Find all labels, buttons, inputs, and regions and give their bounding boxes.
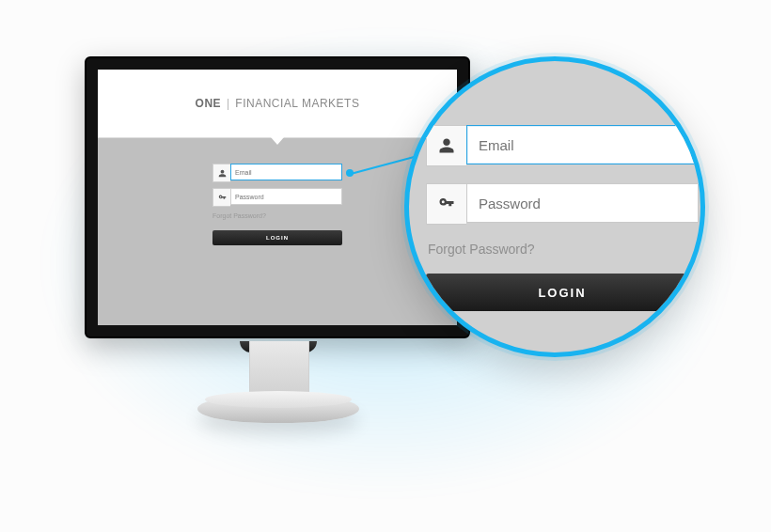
- password-field: [426, 183, 699, 225]
- password-input[interactable]: [466, 183, 699, 223]
- email-input-small[interactable]: [230, 164, 342, 180]
- user-icon: [212, 164, 230, 182]
- user-icon: [426, 125, 466, 166]
- zoom-callout: Forgot Password? LOGIN: [404, 56, 705, 357]
- key-icon: [212, 188, 230, 207]
- login-form-small: Forgot Password? LOGIN: [212, 164, 342, 245]
- brand-rest: FINANCIAL MARKETS: [235, 97, 359, 110]
- login-form-large: Forgot Password? LOGIN: [426, 125, 699, 311]
- forgot-password-link-small[interactable]: Forgot Password?: [212, 212, 342, 219]
- forgot-password-link[interactable]: Forgot Password?: [428, 242, 699, 257]
- screen: ONE | FINANCIAL MARKETS Forgot Pa: [98, 70, 457, 325]
- header-notch: [271, 137, 284, 145]
- brand-logo: ONE | FINANCIAL MARKETS: [196, 97, 360, 110]
- email-field: [426, 125, 699, 166]
- monitor-stand-base-top: [205, 391, 352, 408]
- password-field-small: [212, 188, 342, 207]
- brand-bold: ONE: [196, 97, 222, 110]
- password-input-small[interactable]: [230, 188, 342, 205]
- key-icon: [426, 183, 466, 225]
- email-input[interactable]: [466, 125, 699, 164]
- screen-header: ONE | FINANCIAL MARKETS: [98, 70, 457, 138]
- login-button-small[interactable]: LOGIN: [212, 230, 342, 245]
- email-field-small: [212, 164, 342, 182]
- login-button[interactable]: LOGIN: [426, 274, 699, 311]
